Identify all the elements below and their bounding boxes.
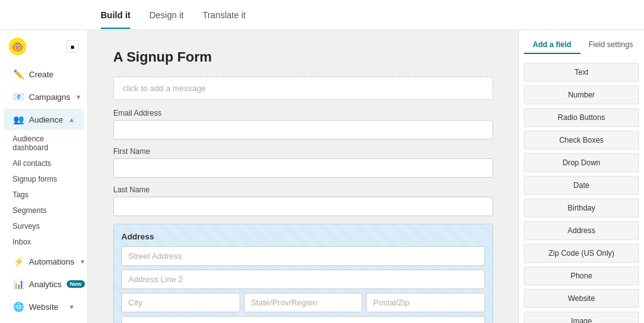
address-line2-input[interactable] [121, 270, 485, 289]
sidebar-item-campaigns-label: Campaigns [29, 92, 70, 102]
main-layout: 🐵 ■ ✏️ Create 📧 Campaigns ▼ 👥 Audience ▲… [0, 30, 644, 323]
sidebar-item-inbox[interactable]: Inbox [4, 234, 84, 249]
email-input[interactable] [113, 120, 493, 140]
field-btn-phone[interactable]: Phone [524, 266, 639, 285]
field-btn-drop-down[interactable]: Drop Down [524, 153, 639, 172]
analytics-badge: New [67, 280, 85, 288]
first-name-label: First Name [113, 147, 493, 156]
sidebar-collapse-button[interactable]: ■ [66, 40, 79, 53]
last-name-field-group: Last Name [113, 185, 493, 216]
analytics-icon: 📊 [13, 278, 24, 290]
form-message-placeholder[interactable]: click to add a message [113, 77, 493, 100]
mailchimp-logo-icon: 🐵 [9, 38, 26, 55]
field-btn-website[interactable]: Website [524, 289, 639, 308]
field-btn-number[interactable]: Number [524, 85, 639, 104]
campaigns-icon: 📧 [13, 91, 24, 102]
campaigns-chevron-icon: ▼ [75, 94, 82, 101]
city-input[interactable] [121, 293, 240, 312]
audience-submenu: Audience dashboard All contacts Signup f… [0, 131, 87, 250]
tab-translate-it[interactable]: Translate it [203, 1, 246, 29]
field-btn-check-boxes[interactable]: Check Boxes [524, 131, 639, 150]
right-panel-tabs: Add a field Field settings [524, 36, 639, 54]
last-name-label: Last Name [113, 185, 493, 194]
sidebar-item-automations[interactable]: ⚡ Automations ▼ [4, 251, 84, 272]
website-icon: 🌐 [13, 301, 24, 312]
country-select[interactable]: USA Canada UK Australia [121, 316, 485, 323]
sidebar-item-audience-dashboard[interactable]: Audience dashboard [4, 131, 84, 155]
state-input[interactable] [244, 293, 363, 312]
address-block: Address USA Canada UK Australia [113, 224, 493, 323]
sidebar-item-create-label: Create [29, 70, 75, 79]
field-btn-image[interactable]: Image [524, 312, 639, 323]
sidebar-item-surveys[interactable]: Surveys [4, 219, 84, 234]
form-builder: A Signup Form click to add a message Ema… [88, 30, 518, 323]
sidebar-item-website[interactable]: 🌐 Website ▼ [4, 296, 84, 317]
field-btn-radio-buttons[interactable]: Radio Buttons [524, 108, 639, 127]
create-icon: ✏️ [13, 68, 24, 80]
sidebar-item-campaigns[interactable]: 📧 Campaigns ▼ [4, 86, 84, 107]
automations-icon: ⚡ [13, 256, 24, 267]
sidebar-item-analytics[interactable]: 📊 Analytics New ▼ [4, 273, 84, 295]
first-name-field-group: First Name [113, 147, 493, 178]
field-btn-text[interactable]: Text [524, 63, 639, 82]
tab-build-it[interactable]: Build it [101, 1, 130, 29]
sidebar-logo: 🐵 ■ [0, 30, 87, 63]
tab-add-a-field[interactable]: Add a field [524, 36, 580, 54]
top-nav-tabs: Build it Design it Translate it [101, 1, 246, 29]
sidebar-item-audience-label: Audience [29, 115, 64, 124]
tab-design-it[interactable]: Design it [149, 1, 183, 29]
audience-chevron-icon: ▲ [69, 116, 75, 123]
sidebar-item-all-contacts[interactable]: All contacts [4, 156, 84, 171]
form-title: A Signup Form [113, 49, 493, 65]
sidebar-item-tags[interactable]: Tags [4, 187, 84, 202]
sidebar-item-automations-label: Automations [29, 257, 74, 266]
sidebar-item-create[interactable]: ✏️ Create [4, 63, 84, 85]
main-area: A Signup Form click to add a message Ema… [88, 30, 644, 323]
sidebar-item-segments[interactable]: Segments [4, 203, 84, 218]
address-label: Address [121, 232, 485, 241]
sidebar-item-content[interactable]: 📁 Content ▼ [4, 319, 84, 323]
field-btn-address[interactable]: Address [524, 221, 639, 240]
sidebar-item-signup-forms[interactable]: Signup forms [4, 172, 84, 187]
email-label: Email Address [113, 109, 493, 118]
automations-chevron-icon: ▼ [79, 258, 86, 265]
email-field-group: Email Address [113, 109, 493, 140]
first-name-input[interactable] [113, 158, 493, 178]
sidebar-item-analytics-label: Analytics [29, 280, 62, 289]
sidebar-item-website-label: Website [29, 302, 64, 312]
website-chevron-icon: ▼ [69, 304, 75, 310]
field-btn-zip-code[interactable]: Zip Code (US Only) [524, 244, 639, 263]
last-name-input[interactable] [113, 197, 493, 216]
sidebar-item-audience[interactable]: 👥 Audience ▲ [4, 109, 84, 130]
right-panel: Add a field Field settings Text Number R… [518, 30, 644, 323]
audience-icon: 👥 [13, 114, 24, 125]
top-nav: Build it Design it Translate it [0, 0, 644, 30]
zip-input[interactable] [366, 293, 485, 312]
field-btn-birthday[interactable]: Birthday [524, 199, 639, 217]
sidebar: 🐵 ■ ✏️ Create 📧 Campaigns ▼ 👥 Audience ▲… [0, 30, 88, 323]
field-btn-date[interactable]: Date [524, 176, 639, 195]
address-row-city-state-zip [121, 293, 485, 312]
tab-field-settings[interactable]: Field settings [583, 36, 640, 54]
street-address-input[interactable] [121, 246, 485, 266]
